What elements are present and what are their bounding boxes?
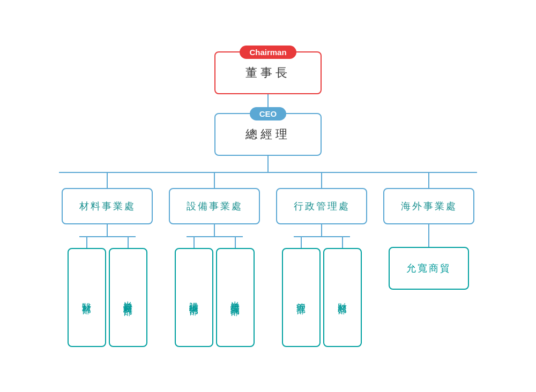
v-line-2: [267, 156, 269, 172]
chairman-node: Chairman 董事長: [214, 46, 322, 94]
equipment-label: 設備事業處: [187, 200, 243, 213]
medical-box: 醫材部: [68, 248, 106, 347]
medical-label: 醫材部: [80, 296, 93, 299]
v-drop-eq-branch: [214, 224, 215, 236]
equipment-tech-box: 設備技術部: [175, 248, 213, 347]
management-label: 管理部: [295, 296, 307, 299]
chairman-label: 董事長: [245, 65, 291, 81]
equipment-tech-label: 設備技術部: [188, 295, 200, 300]
ceo-label: 總經理: [245, 126, 291, 142]
semiconductor-equip-box: 半導體設備部: [216, 248, 255, 347]
admin-label: 行政管理處: [294, 200, 350, 213]
yunbao-box: 允寬商貿: [389, 247, 469, 290]
admin-box: 行政管理處: [276, 188, 367, 224]
overseas-label: 海外事業處: [401, 200, 457, 213]
v-drop-overseas-child: [428, 224, 429, 247]
materials-label: 材料事業處: [79, 200, 136, 213]
semiconductor-materials-box: 半導體材料部: [109, 248, 147, 347]
v-line-1: [267, 94, 269, 107]
semiconductor-materials-label: 半導體材料部: [122, 294, 134, 300]
v-drop-materials: [107, 173, 108, 188]
chairman-badge: Chairman: [240, 46, 296, 59]
org-chart: Chairman 董事長 CEO 總經理 材料事業處: [11, 35, 525, 358]
ceo-node: CEO 總經理: [214, 107, 322, 156]
ceo-badge: CEO: [250, 107, 287, 120]
equipment-box: 設備事業處: [169, 188, 260, 224]
v-drop-equipment: [214, 173, 215, 188]
v-drop-admin: [321, 173, 322, 188]
v-drop-overseas: [428, 173, 429, 188]
finance-box: 財務部: [323, 248, 362, 347]
semiconductor-equip-label: 半導體設備部: [229, 294, 241, 300]
v-drop-adm-branch: [321, 224, 322, 236]
overseas-box: 海外事業處: [383, 188, 474, 224]
finance-label: 財務部: [336, 296, 348, 299]
materials-box: 材料事業處: [62, 188, 153, 224]
management-box: 管理部: [282, 248, 321, 347]
v-drop-mat-branch: [107, 224, 108, 236]
yunbao-label: 允寬商貿: [406, 262, 451, 275]
